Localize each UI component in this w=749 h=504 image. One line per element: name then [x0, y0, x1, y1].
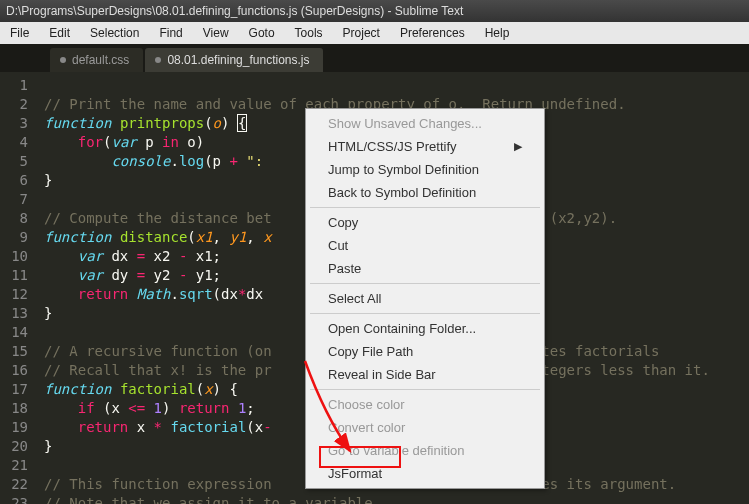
- ctx-paste[interactable]: Paste: [308, 257, 542, 280]
- menu-project[interactable]: Project: [333, 23, 390, 43]
- menu-file[interactable]: File: [0, 23, 39, 43]
- ctx-jsformat[interactable]: JsFormat: [308, 462, 542, 485]
- ctx-sep: [310, 313, 540, 314]
- tab-bar: default.css 08.01.defining_functions.js: [0, 44, 749, 72]
- ctx-show-unsaved[interactable]: Show Unsaved Changes...: [308, 112, 542, 135]
- ctx-convert-color[interactable]: Convert color: [308, 416, 542, 439]
- menu-preferences[interactable]: Preferences: [390, 23, 475, 43]
- ctx-sep: [310, 389, 540, 390]
- tab-label: default.css: [72, 53, 129, 67]
- ctx-choose-color[interactable]: Choose color: [308, 393, 542, 416]
- ctx-cut[interactable]: Cut: [308, 234, 542, 257]
- ctx-open-folder[interactable]: Open Containing Folder...: [308, 317, 542, 340]
- menu-bar: File Edit Selection Find View Goto Tools…: [0, 22, 749, 44]
- menu-selection[interactable]: Selection: [80, 23, 149, 43]
- tab-default-css[interactable]: default.css: [50, 48, 143, 72]
- tab-defining-functions[interactable]: 08.01.defining_functions.js: [145, 48, 323, 72]
- ctx-back-symbol[interactable]: Back to Symbol Definition: [308, 181, 542, 204]
- ctx-goto-var[interactable]: Go to variable definition: [308, 439, 542, 462]
- context-menu: Show Unsaved Changes... HTML/CSS/JS Pret…: [305, 108, 545, 489]
- menu-help[interactable]: Help: [475, 23, 520, 43]
- ctx-sep: [310, 207, 540, 208]
- menu-find[interactable]: Find: [149, 23, 192, 43]
- ctx-select-all[interactable]: Select All: [308, 287, 542, 310]
- tab-label: 08.01.defining_functions.js: [167, 53, 309, 67]
- ctx-copy[interactable]: Copy: [308, 211, 542, 234]
- line-gutter: 1234567891011121314151617181920212223: [0, 72, 36, 504]
- ctx-prettify[interactable]: HTML/CSS/JS Prettify▶: [308, 135, 542, 158]
- menu-view[interactable]: View: [193, 23, 239, 43]
- menu-edit[interactable]: Edit: [39, 23, 80, 43]
- ctx-reveal-sidebar[interactable]: Reveal in Side Bar: [308, 363, 542, 386]
- tab-dirty-dot: [60, 57, 66, 63]
- ctx-jump-symbol[interactable]: Jump to Symbol Definition: [308, 158, 542, 181]
- menu-goto[interactable]: Goto: [239, 23, 285, 43]
- tab-dirty-dot: [155, 57, 161, 63]
- submenu-arrow-icon: ▶: [514, 140, 522, 153]
- ctx-copy-path[interactable]: Copy File Path: [308, 340, 542, 363]
- window-title: D:\Programs\SuperDesigns\08.01.defining_…: [0, 0, 749, 22]
- menu-tools[interactable]: Tools: [285, 23, 333, 43]
- ctx-sep: [310, 283, 540, 284]
